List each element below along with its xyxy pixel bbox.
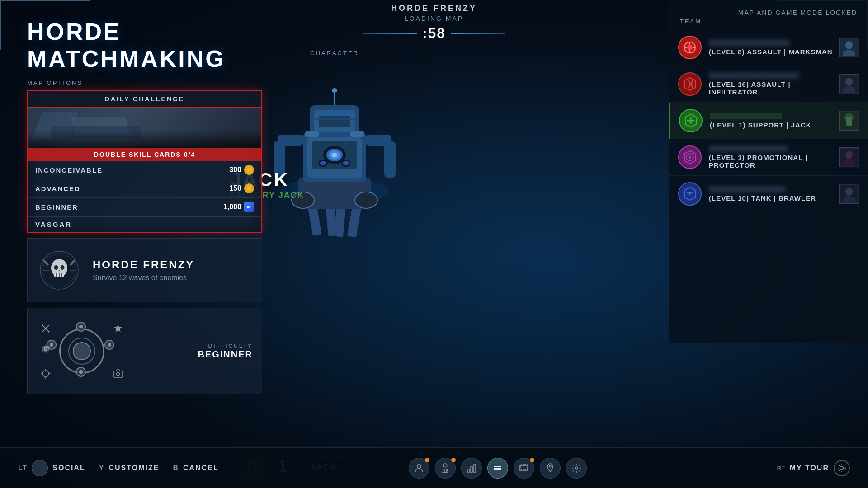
nav-dot-2 xyxy=(451,458,456,462)
customize-key: Y xyxy=(99,464,104,472)
svg-rect-30 xyxy=(334,205,346,237)
svg-point-11 xyxy=(79,325,83,328)
nav-dot-1 xyxy=(425,458,429,462)
svg-point-51 xyxy=(343,161,349,165)
game-mode-title: HORDE FRENZY xyxy=(391,4,477,13)
star-icon xyxy=(111,322,125,335)
svg-rect-107 xyxy=(471,467,472,472)
difficulty-inconceivable[interactable]: INCONCEIVABLE 300 xyxy=(28,161,261,179)
team-member-blurred-name-3 xyxy=(710,113,782,119)
team-member-4[interactable]: (LEVEL 1) PROMOTIONAL | PROTECTOR xyxy=(669,139,868,176)
page-title: HORDE MATCHMAKING xyxy=(27,18,262,72)
diff-reward-advanced: 150 xyxy=(229,183,254,193)
map-options-card[interactable]: DAILY CHALLENGE DOUBLE SKILL CARDS 0/4 I… xyxy=(27,90,262,233)
nav-icon-menu-circle xyxy=(487,458,508,479)
diff-value-advanced: 150 xyxy=(229,184,241,192)
team-badge-inner-1 xyxy=(679,37,700,58)
horde-frenzy-card: HORDE FRENZY Survive 12 waves of enemies xyxy=(27,238,262,302)
diff-name-beginner: BEGINNER xyxy=(35,203,78,211)
coin-icon-2 xyxy=(244,183,254,193)
svg-rect-106 xyxy=(467,469,469,472)
customize-button[interactable]: Y CUSTOMIZE xyxy=(99,464,160,472)
bottom-right: RT MY TOUR xyxy=(777,460,850,476)
svg-rect-63 xyxy=(305,131,319,137)
svg-point-95 xyxy=(689,156,691,159)
team-badge-5 xyxy=(678,182,702,206)
team-member-1[interactable]: (LEVEL 8) ASSAULT | MARKSMAN xyxy=(669,29,868,66)
cancel-label: CANCEL xyxy=(183,464,219,472)
timer-line-right xyxy=(451,33,505,34)
horde-frenzy-title: HORDE FRENZY xyxy=(93,258,253,271)
difficulty-wheel[interactable] xyxy=(37,317,127,385)
double-skill-banner: DOUBLE SKILL CARDS 0/4 xyxy=(28,148,261,161)
svg-point-49 xyxy=(320,161,326,165)
my-tour-gear-icon xyxy=(834,460,850,476)
team-member-2[interactable]: (LEVEL 16) ASSAULT | INFILTRATOR xyxy=(669,66,868,103)
customize-label: CUSTOMIZE xyxy=(108,464,159,472)
bottom-bar: LT SOCIAL Y CUSTOMIZE B CANCEL xyxy=(0,447,868,488)
bottom-left-buttons: LT SOCIAL Y CUSTOMIZE B CANCEL xyxy=(18,460,219,476)
map-art xyxy=(28,108,261,148)
diff-value-inconceivable: 300 xyxy=(229,166,241,174)
left-panel: HORDE MATCHMAKING MAP OPTIONS DAILY CHAL… xyxy=(27,18,262,394)
map-options-label: MAP OPTIONS xyxy=(27,80,262,86)
team-member-avatar-5 xyxy=(839,184,859,204)
nav-icon-cards[interactable] xyxy=(513,457,535,479)
team-badge-2 xyxy=(678,72,702,96)
map-thumbnail xyxy=(28,108,261,148)
svg-point-103 xyxy=(417,464,421,469)
social-button[interactable]: LT SOCIAL xyxy=(18,460,85,476)
nav-icon-person[interactable] xyxy=(408,457,430,479)
difficulty-beginner[interactable]: BEGINNER 1,000 XP xyxy=(28,198,261,216)
social-key: LT xyxy=(18,464,27,472)
swords-icon xyxy=(39,322,52,335)
team-member-avatar-3 xyxy=(839,111,859,131)
social-avatar-icon xyxy=(32,460,48,476)
daily-challenge-header: DAILY CHALLENGE xyxy=(28,91,261,108)
nav-icon-map-circle xyxy=(540,458,561,479)
nav-icon-settings[interactable] xyxy=(565,457,588,479)
team-member-avatar-2 xyxy=(839,74,859,94)
diff-value-beginner: 1,000 xyxy=(223,203,241,211)
team-header: MAP AND GAME MODE LOCKED TEAM xyxy=(669,0,868,29)
team-badge-3 xyxy=(679,109,703,132)
svg-point-3 xyxy=(54,265,58,270)
skull-icon xyxy=(37,248,82,293)
timer-value: :58 xyxy=(422,25,446,42)
svg-rect-62 xyxy=(314,118,355,120)
team-member-3[interactable]: (LEVEL 1) SUPPORT | JACK xyxy=(669,103,868,139)
svg-point-12 xyxy=(108,343,111,347)
team-member-avatar-4 xyxy=(839,147,859,167)
team-member-info-1: (LEVEL 8) ASSAULT | MARKSMAN xyxy=(709,40,839,56)
team-member-info-4: (LEVEL 1) PROMOTIONAL | PROTECTOR xyxy=(709,145,839,169)
my-tour-button[interactable]: RT MY TOUR xyxy=(777,460,850,476)
my-tour-key: RT xyxy=(777,465,785,471)
cancel-button[interactable]: B CANCEL xyxy=(173,464,218,472)
difficulty-advanced[interactable]: ADVANCED 150 xyxy=(28,179,261,198)
team-member-info-3: (LEVEL 1) SUPPORT | JACK xyxy=(710,113,839,129)
wheel-dot-right xyxy=(104,340,114,350)
timer-line-left xyxy=(363,33,417,34)
crosshair-icon xyxy=(39,367,52,380)
wheel-center xyxy=(73,342,91,360)
team-member-class-1: (LEVEL 8) ASSAULT | MARKSMAN xyxy=(709,48,839,56)
coin-icon-1 xyxy=(244,165,254,175)
horde-frenzy-info: HORDE FRENZY Survive 12 waves of enemies xyxy=(93,258,253,282)
nav-icon-stats[interactable] xyxy=(460,457,483,479)
nav-dot-3 xyxy=(530,458,534,462)
nav-icon-menu[interactable] xyxy=(486,457,509,479)
my-tour-label: MY TOUR xyxy=(790,464,829,472)
nav-icon-character[interactable] xyxy=(434,457,457,479)
team-member-5[interactable]: (LEVEL 10) TANK | BRAWLER xyxy=(669,176,868,212)
nav-icon-map[interactable] xyxy=(539,457,561,479)
team-member-blurred-name-1 xyxy=(709,40,790,46)
team-badge-1 xyxy=(678,36,702,59)
nav-icon-settings-circle xyxy=(566,458,587,479)
team-badge-inner-2 xyxy=(679,74,700,94)
svg-point-84 xyxy=(845,78,853,86)
svg-point-116 xyxy=(840,466,844,470)
difficulty-label: DIFFICULTY xyxy=(198,343,253,349)
team-badge-inner-4 xyxy=(679,147,700,168)
wheel-dot-top xyxy=(76,322,86,332)
daily-challenge-label: DAILY CHALLENGE xyxy=(35,95,254,103)
